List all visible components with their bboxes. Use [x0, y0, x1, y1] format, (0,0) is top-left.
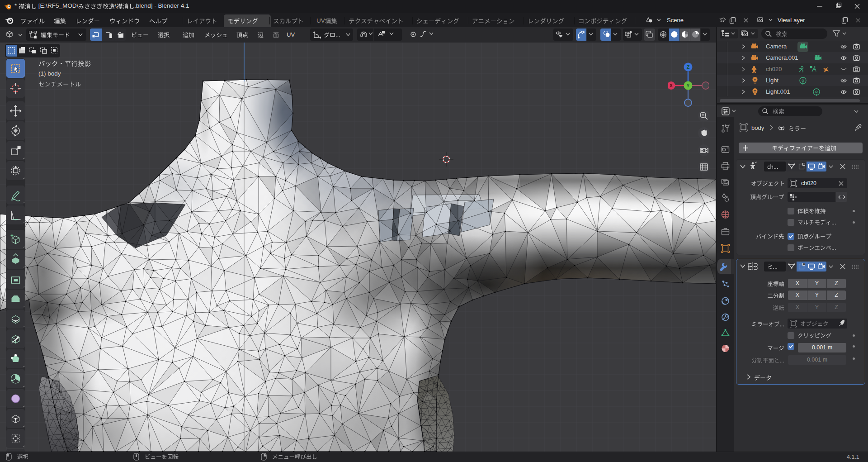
svg-text:Y: Y — [686, 83, 690, 88]
svg-text:Z: Z — [687, 64, 690, 70]
svg-text:X: X — [670, 83, 673, 88]
